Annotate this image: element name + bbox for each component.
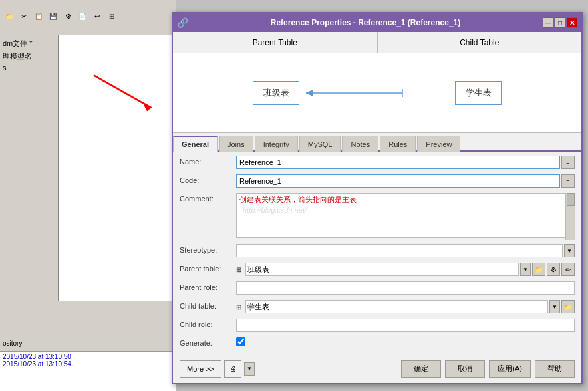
child-table-prefix: ⊞ [236, 303, 241, 311]
parent-table-dropdown-btn[interactable]: ▼ [520, 263, 531, 276]
dialog-reference-properties: 🔗 Reference Properties - Reference_1 (Re… [172, 12, 583, 384]
report-dropdown-btn[interactable]: ▼ [244, 362, 255, 376]
toolbar-icon-3[interactable]: 📋 [32, 10, 45, 23]
comment-textarea[interactable] [236, 193, 565, 238]
stereotype-input[interactable] [236, 244, 563, 257]
child-role-label: Child role: [180, 319, 236, 328]
dialog-title: Reference Properties - Reference_1 (Refe… [188, 18, 543, 27]
cancel-button[interactable]: 取消 [445, 360, 485, 378]
name-row: Name: = [180, 156, 575, 170]
toolbar-icon-7[interactable]: ↩ [90, 10, 104, 23]
stereotype-row: Stereotype: ▼ [180, 244, 575, 259]
sidebar-item-s: s [3, 63, 55, 73]
parent-table-new-btn[interactable]: ✏ [561, 263, 575, 276]
generate-row: Generate: [180, 337, 575, 352]
code-row: Code: = [180, 174, 575, 189]
more-button[interactable]: More >> [180, 360, 221, 378]
footer-right: 确定 取消 应用(A) 帮助 [401, 360, 575, 378]
child-table-row: Child table: ⊞ ▼ 📁 [180, 300, 575, 315]
name-label: Name: [180, 156, 236, 166]
help-button[interactable]: 帮助 [535, 360, 575, 378]
toolbar-icon-2[interactable]: ✂ [17, 10, 31, 23]
code-eq-button[interactable]: = [561, 174, 575, 188]
close-button[interactable]: ✕ [567, 17, 577, 28]
comment-row: Comment: http://blog.csdn.net/ [180, 193, 575, 240]
parent-table-label: Parent table: [180, 263, 236, 273]
repository-tab: ository [0, 338, 176, 351]
parent-table-browse-btn[interactable]: 📁 [532, 263, 545, 276]
log-area: 2015/10/23 at 13:10:50 2015/10/23 at 13:… [0, 351, 176, 391]
stereotype-select-wrapper: ▼ [236, 244, 575, 257]
tab-general[interactable]: General [173, 136, 218, 152]
sidebar-file-label: dm文件 * [3, 37, 55, 50]
code-label: Code: [180, 174, 236, 184]
tab-notes[interactable]: Notes [342, 136, 378, 152]
toolbar-icon-4[interactable]: 💾 [47, 10, 60, 23]
generate-label: Generate: [180, 337, 236, 347]
dialog-icon: 🔗 [177, 17, 188, 28]
child-table-browse-btn[interactable]: 📁 [561, 300, 575, 313]
dialog-titlebar: 🔗 Reference Properties - Reference_1 (Re… [173, 13, 581, 32]
tabs-bar: General Joins Integrity MySQL Notes Rule… [173, 133, 581, 152]
stereotype-label: Stereotype: [180, 244, 236, 254]
toolbar-icon-8[interactable]: ⊞ [105, 10, 118, 23]
tab-mysql[interactable]: MySQL [299, 136, 341, 152]
child-role-input[interactable] [236, 319, 575, 332]
tab-integrity[interactable]: Integrity [255, 136, 298, 152]
child-table-header: Child Table [378, 32, 582, 53]
form-area: Name: = Code: = Comment: http://blog.csd… [173, 152, 581, 360]
footer-left: More >> 🖨 ▼ [180, 360, 255, 378]
restore-button[interactable]: □ [555, 17, 565, 28]
child-role-row: Child role: [180, 319, 575, 333]
generate-checkbox[interactable] [236, 337, 245, 346]
sidebar-model-label: 理模型名 [3, 50, 55, 63]
apply-button[interactable]: 应用(A) [489, 360, 531, 378]
parent-table-props-btn[interactable]: ⚙ [547, 263, 560, 276]
table-headers: Parent Table Child Table [173, 32, 581, 53]
toolbar-icon-5[interactable]: ⚙ [61, 10, 74, 23]
confirm-button[interactable]: 确定 [401, 360, 441, 378]
parent-table-input[interactable] [245, 263, 519, 276]
minimize-button[interactable]: — [543, 17, 553, 28]
log-line2: 2015/10/23 at 13:10:54. [3, 360, 174, 368]
comment-wrapper: http://blog.csdn.net/ [236, 193, 575, 240]
toolbar-icon-1[interactable]: 📁 [3, 10, 16, 23]
svg-marker-3 [306, 90, 313, 96]
parent-table-header: Parent Table [173, 32, 378, 53]
comment-scrollbar[interactable] [565, 193, 575, 240]
name-eq-button[interactable]: = [561, 156, 575, 169]
parent-role-label: Parent role: [180, 281, 236, 291]
child-table-select-wrapper: ⊞ ▼ 📁 [236, 300, 575, 313]
child-table-label: Child table: [180, 300, 236, 310]
code-input[interactable] [236, 174, 560, 188]
comment-label: Comment: [180, 193, 236, 203]
stereotype-dropdown-btn[interactable]: ▼ [564, 244, 575, 257]
parent-role-row: Parent role: [180, 281, 575, 296]
toolbar-icon-6[interactable]: 📄 [76, 10, 89, 23]
app-toolbar: 📁 ✂ 📋 💾 ⚙ 📄 ↩ ⊞ [0, 0, 176, 33]
log-line1: 2015/10/23 at 13:10:50 [3, 353, 174, 360]
child-table-input[interactable] [245, 300, 548, 313]
name-input[interactable] [236, 156, 560, 169]
dialog-footer: More >> 🖨 ▼ 确定 取消 应用(A) 帮助 [173, 354, 581, 383]
diagram-area: 班级表 学生表 [173, 53, 581, 133]
parent-table-select-wrapper: ⊞ ▼ 📁 ⚙ ✏ [236, 263, 575, 276]
tab-preview[interactable]: Preview [417, 136, 460, 152]
parent-role-input[interactable] [236, 281, 575, 295]
tab-joins[interactable]: Joins [219, 136, 253, 152]
tab-rules[interactable]: Rules [380, 136, 416, 152]
parent-table-row: Parent table: ⊞ ▼ 📁 ⚙ ✏ [180, 263, 575, 277]
child-table-dropdown-btn[interactable]: ▼ [549, 300, 560, 313]
diagram-relation-arrow [173, 53, 581, 132]
report-button[interactable]: 🖨 [224, 360, 241, 378]
parent-table-prefix: ⊞ [236, 266, 241, 273]
